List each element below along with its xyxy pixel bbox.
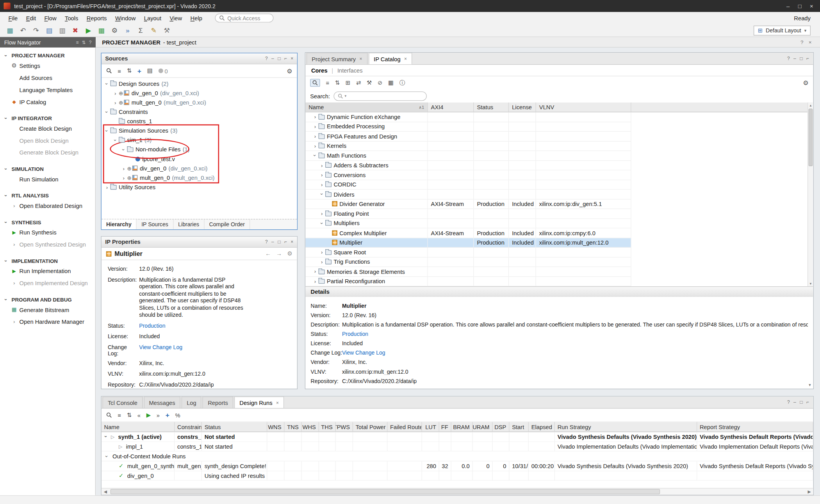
runs-row-div-gen-0[interactable]: ✓div_gen_0Using cached IP results xyxy=(102,471,813,481)
sources-tab-hierarchy[interactable]: Hierarchy xyxy=(102,220,137,229)
float-icon[interactable]: □ xyxy=(800,400,802,405)
flow-item-language-templates[interactable]: Language Templates xyxy=(0,83,95,96)
close-icon[interactable]: × xyxy=(291,56,293,61)
expand-all-icon[interactable]: ⇅ xyxy=(82,40,86,45)
edit-icon[interactable]: ✎ xyxy=(148,25,159,35)
tab-tcl-console[interactable]: Tcl Console xyxy=(103,397,143,408)
runs-column-constraints[interactable]: Constraints xyxy=(175,422,202,431)
flow-item-ip-catalog[interactable]: ◆IP Catalog xyxy=(0,96,95,108)
catalog-row-kernels[interactable]: ›Kernels xyxy=(305,141,813,151)
chevron-down-icon[interactable]: › xyxy=(121,146,127,153)
flow-item-run-implementation[interactable]: ▶Run Implementation xyxy=(0,265,95,277)
minimize-icon[interactable]: – xyxy=(793,56,796,61)
catalog-search-input[interactable]: ▾ xyxy=(333,91,426,101)
settings-gear-icon[interactable]: ⚙ xyxy=(287,67,292,75)
properties-icon[interactable]: ▤ xyxy=(147,67,153,74)
sources-tab-ip-sources[interactable]: IP Sources xyxy=(137,220,173,229)
help-icon[interactable]: ? xyxy=(800,39,803,45)
sources-item-div-gen-0[interactable]: ›⊕div_gen_0(div_gen_0.xci) xyxy=(102,163,297,173)
sources-item-ipcore-test-v[interactable]: ipcore_test.v xyxy=(102,154,297,163)
close-icon[interactable]: × xyxy=(809,39,812,45)
expand-all-icon[interactable]: ⇅ xyxy=(335,80,340,86)
forward-icon[interactable]: → xyxy=(276,250,282,257)
runs-column-tpws[interactable]: TPWS xyxy=(336,422,353,431)
sources-tab-compile-order[interactable]: Compile Order xyxy=(205,220,250,229)
catalog-row-math-functions[interactable]: ›Math Functions xyxy=(305,151,813,161)
collapse-all-icon[interactable]: ≡ xyxy=(118,412,121,418)
quick-access-search[interactable]: Quick Access xyxy=(215,14,273,23)
menu-reports[interactable]: Reports xyxy=(82,13,111,23)
menu-tools[interactable]: Tools xyxy=(61,13,82,23)
sources-item-constraints[interactable]: ›Constraints xyxy=(102,107,297,117)
catalog-row-complex-multiplier[interactable]: Complex MultiplierAXI4-StreamProductionI… xyxy=(305,228,813,238)
redo-icon[interactable]: ↷ xyxy=(30,25,42,35)
percentage-icon[interactable]: % xyxy=(175,412,180,418)
runs-column-tns[interactable]: TNS xyxy=(285,422,302,431)
catalog-row-fpga-features-and-design[interactable]: ›FPGA Features and Design xyxy=(305,132,813,142)
flow-item-open-elaborated-design[interactable]: ›Open Elaborated Design xyxy=(0,200,95,212)
scrollbar-thumb[interactable] xyxy=(111,489,660,494)
runs-column-run-strategy[interactable]: Run Strategy xyxy=(555,422,697,431)
chevron-down-icon[interactable]: › xyxy=(104,453,110,460)
float-icon[interactable]: □ xyxy=(800,56,802,61)
restore-order-icon[interactable]: ⇄ xyxy=(356,80,361,86)
maximize-icon[interactable]: ⌐ xyxy=(806,56,809,61)
close-tab-icon[interactable]: × xyxy=(360,56,362,61)
flow-section-program-and-debug[interactable]: ›PROGRAM AND DEBUG xyxy=(0,296,95,303)
catalog-row-floating-point[interactable]: ›Floating Point xyxy=(305,209,813,219)
step-forward-icon[interactable]: » xyxy=(157,412,160,418)
chevron-right-icon[interactable]: › xyxy=(120,165,127,171)
column-header-status[interactable]: Status xyxy=(474,103,509,112)
search-icon[interactable] xyxy=(106,412,112,418)
scroll-down-icon[interactable]: ▼ xyxy=(808,383,811,387)
column-header-license[interactable]: License xyxy=(509,103,536,112)
chevron-down-icon[interactable]: › xyxy=(104,127,110,134)
customize-icon[interactable]: ⚒ xyxy=(367,80,372,86)
flow-section-synthesis[interactable]: ›SYNTHESIS xyxy=(0,218,95,226)
settings-gear-icon[interactable]: ⚙ xyxy=(287,250,292,257)
close-icon[interactable]: × xyxy=(291,239,293,244)
search-icon[interactable] xyxy=(310,79,320,87)
chevron-right-icon[interactable]: › xyxy=(120,175,127,181)
tab-reports[interactable]: Reports xyxy=(203,397,233,408)
horizontal-scrollbar[interactable]: ◀ ▶ xyxy=(102,488,813,495)
search-icon[interactable] xyxy=(106,68,112,74)
info-icon[interactable]: ⓘ xyxy=(399,79,405,87)
catalog-row-partial-reconfiguration[interactable]: ›Partial Reconfiguration xyxy=(305,277,813,286)
menu-layout[interactable]: Layout xyxy=(140,13,166,23)
scroll-down-icon[interactable]: ▼ xyxy=(808,280,813,286)
chevron-right-icon[interactable]: › xyxy=(319,182,325,188)
chevron-right-icon[interactable]: › xyxy=(312,114,318,120)
sources-item-utility-sources[interactable]: ›Utility Sources xyxy=(102,182,297,192)
chevron-down-icon[interactable]: › xyxy=(104,108,110,115)
add-sources-icon[interactable]: + xyxy=(137,67,141,75)
table-view-icon[interactable]: ▦ xyxy=(388,80,394,86)
flow-item-settings[interactable]: ⚙Settings xyxy=(0,60,95,72)
chevron-down-icon[interactable]: › xyxy=(312,152,318,159)
runs-group-out-of-context-module-runs[interactable]: ›Out-of-Context Module Runs xyxy=(102,452,813,461)
menu-edit[interactable]: Edit xyxy=(22,13,40,23)
flow-item-add-sources[interactable]: Add Sources xyxy=(0,71,95,83)
runs-row-synth-1-active[interactable]: ›▷synth_1 (active)constrs_1Not startedVi… xyxy=(102,432,813,442)
subtab-cores[interactable]: Cores xyxy=(311,67,328,73)
minimize-icon[interactable]: – xyxy=(271,239,274,244)
sources-item-mult-gen-0[interactable]: ›⊕mult_gen_0(mult_gen_0.xci) xyxy=(102,98,297,107)
subtab-interfaces[interactable]: Interfaces xyxy=(337,67,363,73)
help-icon[interactable]: ? xyxy=(265,239,268,244)
group-by-icon[interactable]: ⊞ xyxy=(346,80,350,86)
close-tab-icon[interactable]: × xyxy=(276,400,279,405)
runs-column-lut[interactable]: LUT xyxy=(422,422,439,431)
catalog-row-square-root[interactable]: ›Square Root xyxy=(305,248,813,257)
chevron-down-icon[interactable]: › xyxy=(104,80,110,87)
runs-column-start[interactable]: Start xyxy=(509,422,529,431)
cancel-icon[interactable]: ✖ xyxy=(70,25,81,35)
catalog-row-embedded-processing[interactable]: ›Embedded Processing xyxy=(305,122,813,132)
column-header-vlnv[interactable]: VLNV xyxy=(536,103,631,112)
expand-all-icon[interactable]: ⇅ xyxy=(127,412,132,418)
runs-column-elapsed[interactable]: Elapsed xyxy=(529,422,555,431)
tab-ip-catalog[interactable]: IP Catalog× xyxy=(369,53,412,64)
settings-gear-icon[interactable]: ⚙ xyxy=(109,25,120,35)
detail-value-link[interactable]: Production xyxy=(342,331,368,337)
catalog-row-dynamic-function-exchange[interactable]: ›Dynamic Function eXchange xyxy=(305,112,813,122)
collapse-all-icon[interactable]: ≡ xyxy=(76,40,78,45)
